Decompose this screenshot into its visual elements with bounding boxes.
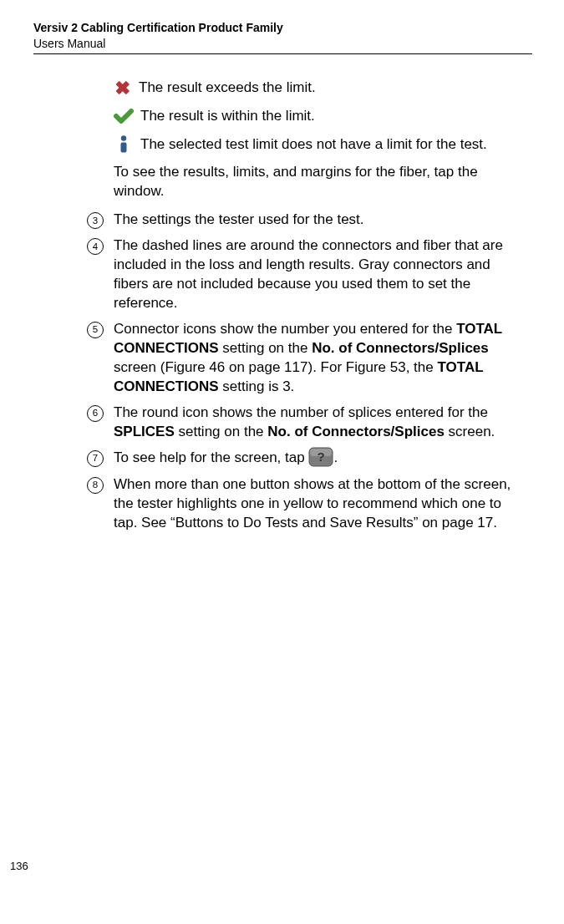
header-title: Versiv 2 Cabling Certification Product F… — [33, 20, 532, 36]
list-item-5: 5 Connector icons show the number you en… — [84, 320, 527, 397]
item-8-text: When more than one button shows at the b… — [114, 475, 527, 533]
circled-number-3: 3 — [87, 212, 104, 229]
tap-window-paragraph: To see the results, limits, and margins … — [114, 163, 527, 201]
circled-number-4: 4 — [87, 238, 104, 255]
svg-text:?: ? — [318, 449, 325, 464]
item-4-text: The dashed lines are around the connecto… — [114, 236, 527, 313]
circled-number-7: 7 — [87, 450, 104, 467]
circled-number-6: 6 — [87, 405, 104, 422]
list-item-6: 6 The round icon shows the number of spl… — [84, 404, 527, 442]
legend-nolimit-text: The selected test limit does not have a … — [140, 135, 487, 155]
pass-check-icon — [114, 108, 134, 124]
help-button-icon: ? — [308, 447, 333, 467]
item-5-text: Connector icons show the number you ente… — [114, 320, 527, 397]
info-icon — [114, 135, 134, 154]
list-item-4: 4 The dashed lines are around the connec… — [84, 236, 527, 313]
list-item-8: 8 When more than one button shows at the… — [84, 475, 527, 533]
item-3-text: The settings the tester used for the tes… — [114, 211, 527, 230]
legend-row-exceeds: The result exceeds the limit. — [114, 78, 527, 98]
legend-within-text: The result is within the limit. — [140, 106, 315, 126]
page-header: Versiv 2 Cabling Certification Product F… — [33, 20, 532, 54]
item-6-text: The round icon shows the number of splic… — [114, 404, 527, 442]
list-item-3: 3 The settings the tester used for the t… — [84, 211, 527, 230]
legend-exceeds-text: The result exceeds the limit. — [139, 78, 316, 98]
list-item-7: 7 To see help for the screen, tap ? . — [84, 449, 527, 469]
page-content: The result exceeds the limit. The result… — [33, 78, 532, 533]
legend-row-nolimit: The selected test limit does not have a … — [114, 135, 527, 155]
svg-point-2 — [121, 135, 126, 140]
svg-rect-3 — [121, 142, 127, 152]
circled-number-8: 8 — [87, 477, 104, 494]
circled-number-5: 5 — [87, 322, 104, 338]
page-number: 136 — [10, 860, 28, 872]
header-subtitle: Users Manual — [33, 36, 532, 52]
legend-row-within: The result is within the limit. — [114, 106, 527, 126]
item-7-text: To see help for the screen, tap ? . — [114, 449, 527, 469]
fail-x-icon — [114, 79, 132, 96]
